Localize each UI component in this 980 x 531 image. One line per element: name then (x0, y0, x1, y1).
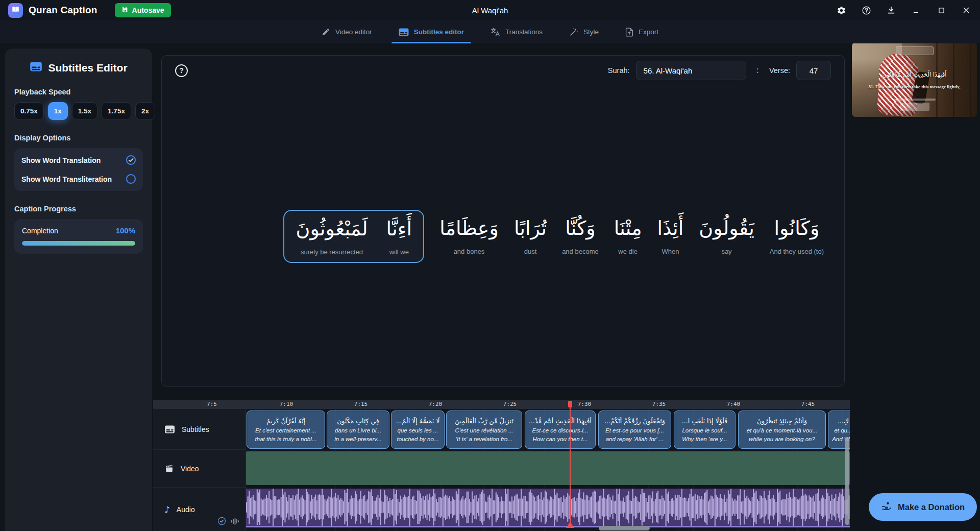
check-circle-icon[interactable] (217, 517, 226, 527)
word-translation: dust (524, 248, 537, 255)
option-show-word-transliteration[interactable]: Show Word Transliteration (21, 170, 136, 188)
audio-clip[interactable] (246, 489, 850, 527)
audio-waveform (246, 489, 850, 526)
verse-label: Verse: (769, 66, 790, 75)
minimize-icon[interactable] (911, 5, 922, 16)
tab-video-editor[interactable]: Video editor (322, 20, 372, 43)
option-show-word-translation[interactable]: Show Word Translation (21, 151, 136, 170)
video-clip[interactable] (246, 451, 850, 485)
playback-speed-row: 0.75x1x1.5x1.75x2x (14, 102, 143, 120)
autosave-button[interactable]: Autosave (115, 3, 171, 17)
speed-button-0-75x[interactable]: 0.75x (14, 102, 44, 120)
music-note-icon: ♪ (164, 504, 170, 515)
ruler-tick: 7:10 (280, 401, 293, 407)
completion-label: Completion (22, 227, 58, 235)
help-icon[interactable] (861, 5, 872, 16)
caption-progress-label: Caption Progress (14, 205, 143, 213)
words-row: لَمَبْعُوثُونَsurely be resurrectedأَءِن… (283, 210, 824, 263)
ruler-tick: 7:5 (207, 401, 217, 407)
subtitle-block[interactable]: فَلَوْلَا إِذَا بَلَغَتِ ا...Lorsque le … (674, 411, 736, 449)
subtitle-block[interactable]: لَا يَمَسُّهُ إِلَّا الْمُ...que seuls l… (391, 411, 445, 449)
completion-value: 100% (116, 226, 135, 235)
subtitle-block[interactable]: وَتَجْعَلُونَ رِزْقَكُمْ أَنَّكُمْ...Et … (598, 411, 671, 449)
ruler-tick: 7:45 (801, 401, 815, 407)
playback-speed-label: Playback Speed (14, 88, 143, 96)
subtitle-block[interactable]: تَنزِيلٌ مِّن رَّبِّ الْعَالَمِينَC'est … (446, 411, 522, 449)
hand-heart-icon (881, 500, 892, 514)
word-translation: will we (389, 248, 409, 256)
save-icon (121, 6, 128, 14)
ruler-tick: 7:40 (727, 401, 741, 407)
subtitle-block[interactable]: أَفَبِهَذَا الْحَدِيثِ أَنتُم مُّدْ...Es… (525, 411, 596, 449)
captions-icon (30, 62, 42, 74)
horizontal-scrollbar-thumb[interactable] (599, 526, 650, 530)
word-item[interactable]: لَمَبْعُوثُونَsurely be resurrected (296, 218, 368, 256)
subtitle-block[interactable]: إِنَّهُ لَقُرْآنٌ كَرِيمٌEt c'est certai… (247, 411, 325, 449)
subtitle-block[interactable]: وَأَنتُمْ حِينَئِذٍ تَنظُرُونَet qu'à ce… (738, 411, 826, 449)
surah-label: Surah: (608, 66, 630, 75)
checked-circle-icon[interactable] (126, 155, 136, 165)
word-item[interactable]: مِتْنَاwe die (614, 218, 642, 255)
word-arabic: مِتْنَا (614, 218, 642, 240)
word-translation: When (662, 248, 679, 255)
speed-button-1x[interactable]: 1x (48, 102, 68, 120)
word-item[interactable]: أَئِذَاWhen (657, 218, 684, 255)
word-item[interactable]: يَقُولُونَsay (699, 218, 754, 255)
reciter-signature-ornament (900, 103, 929, 111)
display-options-label: Display Options (14, 134, 143, 142)
waveform-icon[interactable] (231, 518, 239, 526)
close-icon[interactable] (961, 5, 972, 16)
word-arabic: وَكُنَّا (565, 218, 596, 240)
app-window: Quran Caption Autosave Al Waqi'ah (0, 0, 980, 531)
settings-icon[interactable] (836, 5, 847, 16)
download-icon[interactable] (886, 5, 897, 16)
tab-export[interactable]: Export (625, 20, 658, 43)
unchecked-circle-icon[interactable] (126, 174, 136, 184)
tab-style[interactable]: Style (569, 20, 599, 43)
sidebar-title: Subtitles Editor (14, 62, 143, 74)
tab-subtitles-editor[interactable]: Subtitles editor (399, 20, 464, 43)
surah-verse-separator: : (756, 66, 759, 75)
progress-bar-fill (22, 241, 135, 246)
tab-bar: Video editorSubtitles editorTranslations… (0, 20, 980, 43)
pencil-icon (322, 28, 330, 36)
maximize-icon[interactable] (936, 5, 947, 16)
ruler-tick: 7:25 (503, 401, 517, 407)
word-item[interactable]: أَءِنَّاwill we (386, 218, 412, 256)
audio-track-label: ♪ Audio (153, 488, 246, 531)
video-track-label: Video (153, 450, 246, 488)
timeline-ruler[interactable]: 7:57:107:157:207:257:307:357:407:45 (153, 400, 850, 409)
surah-verse-row: Surah: : Verse: (608, 61, 831, 80)
surah-input[interactable] (636, 61, 746, 80)
word-item[interactable]: وَكُنَّاand become (562, 218, 599, 255)
help-circle-icon[interactable]: ? (175, 64, 188, 77)
make-donation-button[interactable]: Make a Donation (869, 493, 977, 521)
surah-header-ornament (896, 46, 934, 55)
display-options-card: Show Word TranslationShow Word Translite… (14, 148, 143, 191)
speed-button-2x[interactable]: 2x (135, 102, 155, 120)
word-arabic: أَئِذَا (657, 218, 684, 240)
window-controls (836, 5, 972, 16)
word-translation: we die (618, 248, 638, 255)
progress-bar (22, 241, 135, 246)
track-label-column: Subtitles Video ♪ Audio (153, 409, 246, 531)
tab-translations[interactable]: Translations (491, 20, 543, 43)
vertical-scrollbar-thumb[interactable] (845, 437, 849, 525)
ruler-tick: 7:30 (578, 401, 592, 407)
word-translation: surely be resurrected (301, 248, 363, 256)
speed-button-1-75x[interactable]: 1.75x (102, 102, 131, 120)
ruler-tick: 7:15 (354, 401, 368, 407)
word-item[interactable]: وَعِظَامًاand bones (439, 218, 499, 255)
word-item[interactable]: وَكَانُواAnd they used (to) (770, 218, 824, 255)
word-item[interactable]: تُرَابًاdust (514, 218, 547, 255)
speed-button-1-5x[interactable]: 1.5x (72, 102, 97, 120)
word-arabic: يَقُولُونَ (699, 218, 754, 240)
selected-words-group[interactable]: لَمَبْعُوثُونَsurely be resurrectedأَءِن… (283, 210, 424, 263)
subtitle-block[interactable]: فِي كِتَابٍ مَكْنُونٍdans un Livre bi...… (327, 411, 389, 449)
preview-caption-line: 81. How can you then take this message l… (852, 84, 977, 89)
verse-input[interactable] (796, 61, 831, 80)
timeline-playhead[interactable] (570, 401, 571, 528)
word-arabic: وَعِظَامًا (439, 218, 499, 240)
word-arabic: لَمَبْعُوثُونَ (296, 218, 368, 240)
export-icon (625, 28, 633, 37)
